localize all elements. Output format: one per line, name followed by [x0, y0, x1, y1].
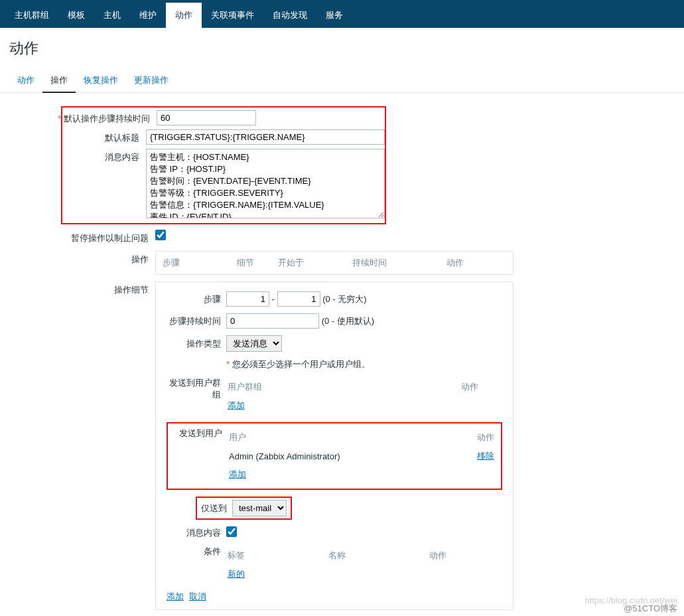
operations-table: 步骤 细节 开始于 持续时间 动作 — [155, 251, 513, 275]
tab-operations[interactable]: 操作 — [42, 69, 76, 93]
step-to-input[interactable] — [277, 291, 320, 307]
tab-recovery[interactable]: 恢复操作 — [76, 69, 126, 92]
default-subject-input[interactable] — [146, 129, 385, 145]
nav-services[interactable]: 服务 — [316, 3, 352, 28]
groups-add-link[interactable]: 添加 — [228, 400, 245, 410]
step-hint: (0 - 无穷大) — [322, 294, 366, 304]
page-title: 动作 — [0, 28, 684, 69]
operation-detail-box: 步骤 - (0 - 无穷大) 步骤持续时间 (0 - 使用默认) 操作 — [155, 281, 513, 610]
ops-th-detail: 细节 — [232, 253, 271, 273]
user-groups-table: 用户群组动作 添加 — [226, 377, 502, 416]
op-type-label: 操作类型 — [167, 338, 226, 350]
nav-correlation[interactable]: 关联项事件 — [202, 3, 263, 28]
detail-cancel-link[interactable]: 取消 — [189, 591, 206, 601]
ops-th-start: 开始于 — [273, 253, 346, 273]
cond-th-action: 动作 — [429, 547, 501, 564]
nav-hostgroups[interactable]: 主机群组 — [5, 3, 58, 28]
step-duration-input[interactable] — [226, 313, 319, 329]
details-label: 操作细节 — [9, 281, 155, 296]
tab-update[interactable]: 更新操作 — [126, 69, 176, 92]
form-tabs: 动作 操作 恢复操作 更新操作 — [0, 69, 684, 93]
user-name-cell: Admin (Zabbix Administrator) — [229, 447, 453, 465]
ops-th-action: 动作 — [441, 253, 512, 273]
conditions-table: 标签 名称 动作 新的 — [226, 546, 502, 584]
default-step-duration-label: 默认操作步骤持续时间 — [64, 114, 150, 123]
step-duration-label: 步骤持续时间 — [167, 315, 226, 327]
nav-hosts[interactable]: 主机 — [94, 3, 130, 28]
nav-discovery[interactable]: 自动发现 — [263, 3, 316, 28]
send-to-groups-label: 发送到用户群组 — [167, 377, 226, 401]
users-th-action: 动作 — [454, 429, 494, 446]
users-th-name: 用户 — [229, 429, 453, 446]
cond-th-label: 标签 — [228, 547, 327, 564]
nav-actions[interactable]: 动作 — [166, 3, 202, 28]
ops-th-step: 步骤 — [157, 253, 230, 273]
table-row: Admin (Zabbix Administrator) 移除 — [229, 447, 494, 465]
step-duration-hint: (0 - 使用默认) — [322, 316, 374, 326]
user-remove-link[interactable]: 移除 — [477, 451, 494, 461]
nav-templates[interactable]: 模板 — [58, 3, 94, 28]
send-to-users-label: 发送到用户 — [173, 427, 228, 439]
tab-action[interactable]: 动作 — [9, 69, 42, 92]
groups-th-name: 用户群组 — [228, 378, 460, 396]
steps-label: 步骤 — [167, 293, 226, 305]
main-nav: 主机群组 模板 主机 维护 动作 关联项事件 自动发现 服务 — [0, 3, 684, 28]
only-send-select[interactable]: test-mail — [232, 500, 287, 516]
conditions-label: 条件 — [167, 546, 226, 558]
required-user-msg: 您必须至少选择一个用户或用户组。 — [232, 359, 370, 369]
detail-add-link[interactable]: 添加 — [167, 591, 184, 601]
pause-label: 暂停操作以制止问题 — [9, 230, 155, 244]
pause-checkbox[interactable] — [155, 230, 166, 240]
msg-content-checkbox[interactable] — [226, 526, 237, 537]
step-from-input[interactable] — [226, 291, 269, 307]
default-subject-label: 默认标题 — [11, 129, 146, 144]
op-type-select[interactable]: 发送消息 — [226, 335, 282, 352]
msg-content-label: 消息内容 — [167, 527, 226, 539]
only-send-label: 仅送到 — [201, 502, 232, 514]
message-label: 消息内容 — [11, 149, 146, 163]
message-textarea[interactable]: 告警主机：{HOST.NAME} 告警 IP：{HOST.IP} 告警时间：{E… — [146, 149, 385, 218]
cond-th-name: 名称 — [328, 547, 428, 564]
watermark-right: @51CTO博客 — [624, 603, 677, 615]
operations-label: 操作 — [9, 251, 155, 266]
groups-th-action: 动作 — [461, 378, 501, 396]
cond-new-link[interactable]: 新的 — [228, 569, 245, 579]
ops-th-duration: 持续时间 — [347, 253, 440, 273]
default-step-duration-input[interactable] — [157, 110, 256, 125]
nav-maintenance[interactable]: 维护 — [130, 3, 166, 28]
users-add-link[interactable]: 添加 — [229, 469, 246, 479]
users-table: 用户动作 Admin (Zabbix Administrator) 移除 添加 — [228, 427, 496, 485]
